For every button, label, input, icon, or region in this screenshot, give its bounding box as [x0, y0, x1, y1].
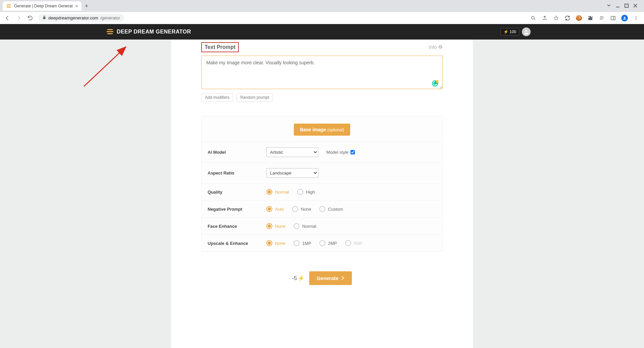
reading-list-icon[interactable] — [598, 15, 605, 21]
svg-rect-4 — [625, 4, 628, 7]
upscale-option-1mp[interactable]: 1MP — [293, 240, 311, 246]
ai-model-select[interactable]: Artistic — [266, 147, 318, 157]
window-maximize-icon[interactable] — [625, 3, 629, 9]
quality-option-high[interactable]: High — [297, 189, 315, 195]
quality-row: Quality Normal High — [202, 184, 442, 201]
model-style-checkbox-wrap[interactable]: Model style — [326, 150, 355, 155]
help-icon: ? — [438, 45, 443, 50]
svg-point-15 — [624, 17, 625, 18]
svg-point-18 — [636, 19, 636, 19]
base-image-button[interactable]: Base image (optional) — [294, 124, 350, 136]
address-bar[interactable]: deepdreamgenerator.com/generator — [38, 14, 124, 22]
lock-icon — [42, 15, 46, 20]
svg-point-8 — [532, 16, 534, 19]
svg-rect-21 — [107, 33, 113, 34]
browser-tab[interactable]: Generate | Deep Dream Generat × — [3, 1, 82, 11]
base-image-optional: (optional) — [327, 128, 344, 132]
bolt-icon: ⚡ — [298, 275, 305, 281]
window-dropdown-icon[interactable] — [606, 3, 611, 9]
svg-rect-7 — [43, 17, 46, 19]
quality-option-normal[interactable]: Normal — [266, 189, 289, 195]
svg-point-17 — [636, 17, 636, 18]
face-enhance-row: Face Enhance None Normal — [202, 218, 442, 235]
grammarly-icon[interactable]: 1 — [431, 80, 439, 87]
chrome-menu-icon[interactable] — [633, 15, 639, 21]
bolt-icon: ⚡ — [503, 29, 508, 34]
svg-line-9 — [534, 19, 535, 20]
nav-reload-button[interactable] — [25, 13, 35, 23]
face-option-normal[interactable]: Normal — [293, 223, 316, 229]
upscale-option-2mp[interactable]: 2MP — [319, 240, 337, 246]
bookmark-star-icon[interactable] — [553, 15, 559, 21]
upscale-row: Upscale & Enhance None 1MP 2MP — [202, 235, 442, 252]
brand-logo[interactable]: DEEP DREAM GENERATOR — [107, 29, 191, 35]
upscale-option-none[interactable]: None — [266, 240, 285, 246]
face-option-none[interactable]: None — [266, 223, 285, 229]
share-icon[interactable] — [541, 15, 548, 21]
text-prompt-title-highlight: Text Prompt — [201, 42, 239, 52]
sidepanel-icon[interactable] — [610, 15, 616, 21]
base-image-label: Base image — [300, 127, 326, 132]
brand-text: DEEP DREAM GENERATOR — [117, 29, 191, 35]
info-label: Info — [429, 45, 437, 50]
svg-rect-19 — [107, 29, 113, 30]
browser-chrome: Generate | Deep Dream Generat × + deepdr… — [0, 0, 644, 24]
quality-label: Quality — [208, 190, 266, 195]
upscale-label: Upscale & Enhance — [208, 241, 266, 246]
model-style-label: Model style — [326, 150, 348, 155]
svg-rect-1 — [7, 6, 11, 6]
main-viewport[interactable]: Text Prompt Info ? 1 Add modifiers Rando… — [0, 40, 644, 348]
generate-button-label: Generate — [317, 275, 338, 281]
add-modifiers-button[interactable]: Add modifiers — [201, 93, 233, 102]
info-link[interactable]: Info ? — [429, 45, 443, 50]
svg-rect-20 — [107, 31, 113, 32]
svg-point-16 — [636, 16, 636, 17]
svg-text:1: 1 — [437, 81, 438, 83]
chevron-right-icon — [341, 275, 344, 281]
aspect-ratio-label: Aspect Ratio — [208, 170, 266, 176]
ext-cookie-icon[interactable]: 🍪 — [576, 15, 582, 21]
ext-refresh-icon[interactable] — [564, 15, 571, 21]
negative-prompt-row: Negative Prompt Auto None Custom — [202, 201, 442, 218]
tab-title: Generate | Deep Dream Generat — [14, 4, 73, 8]
prompt-textarea[interactable] — [201, 56, 443, 89]
window-close-icon[interactable] — [633, 3, 637, 9]
svg-rect-0 — [7, 4, 11, 5]
energy-value: 100 — [509, 29, 516, 34]
window-minimize-icon[interactable] — [616, 3, 620, 9]
svg-rect-13 — [611, 16, 615, 20]
nav-back-button[interactable] — [3, 13, 12, 23]
generate-button[interactable]: Generate — [309, 271, 352, 285]
extensions-puzzle-icon[interactable] — [587, 15, 594, 21]
aspect-ratio-select[interactable]: Landscape — [266, 168, 318, 178]
upscale-option-5mp[interactable]: 5MP — [345, 240, 363, 246]
negative-prompt-label: Negative Prompt — [208, 207, 266, 212]
face-enhance-label: Face Enhance — [208, 224, 266, 229]
ai-model-row: AI Model Artistic Model style — [202, 142, 442, 163]
logo-icon — [107, 29, 113, 35]
svg-rect-2 — [7, 7, 11, 8]
model-style-checkbox[interactable] — [351, 150, 355, 154]
svg-text:?: ? — [440, 45, 441, 48]
negprompt-option-custom[interactable]: Custom — [319, 206, 343, 212]
generate-cost: -5 ⚡ — [292, 275, 305, 281]
profile-avatar-icon[interactable] — [621, 15, 628, 21]
url-path: /generator — [100, 15, 120, 20]
aspect-ratio-row: Aspect Ratio Landscape — [202, 163, 442, 184]
negprompt-option-none[interactable]: None — [292, 206, 311, 212]
nav-forward-button[interactable] — [14, 13, 23, 23]
main-card: Text Prompt Info ? 1 Add modifiers Rando… — [171, 40, 473, 348]
new-tab-button[interactable]: + — [85, 3, 89, 10]
url-host: deepdreamgenerator.com — [48, 15, 98, 20]
svg-point-22 — [525, 30, 527, 32]
random-prompt-button[interactable]: Random prompt — [236, 93, 273, 102]
text-prompt-title: Text Prompt — [205, 44, 235, 50]
energy-badge[interactable]: ⚡ 100 — [500, 28, 519, 36]
tab-favicon-icon — [6, 3, 11, 9]
user-avatar[interactable] — [522, 27, 531, 36]
tab-close-icon[interactable]: × — [75, 3, 78, 9]
search-icon[interactable] — [530, 15, 537, 21]
ai-model-label: AI Model — [208, 150, 266, 155]
options-panel: Base image (optional) AI Model Artistic … — [201, 116, 443, 252]
negprompt-option-auto[interactable]: Auto — [266, 206, 284, 212]
